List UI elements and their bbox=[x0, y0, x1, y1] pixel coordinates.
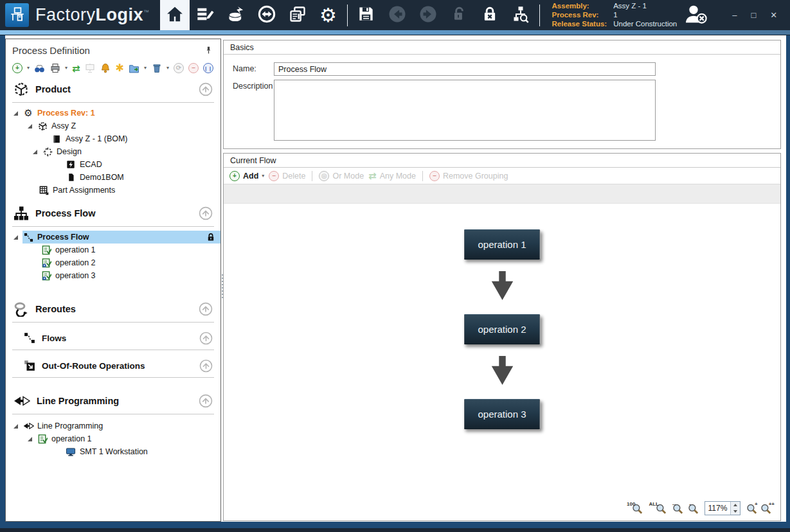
tree-label: Demo1BOM bbox=[80, 173, 124, 182]
expander-icon[interactable] bbox=[13, 424, 18, 429]
close-button[interactable]: ✕ bbox=[770, 10, 777, 20]
maximize-button[interactable]: □ bbox=[751, 10, 757, 20]
zoom-spin-up[interactable] bbox=[731, 502, 740, 508]
flow-connector bbox=[489, 260, 516, 314]
flow-canvas[interactable]: operation 1 operation 2 bbox=[224, 205, 780, 520]
zoom-spin-down[interactable] bbox=[731, 508, 740, 515]
flow-node-operation-2[interactable]: operation 2 bbox=[464, 314, 541, 344]
tree-item-operation-3[interactable]: operation 3 bbox=[6, 269, 220, 282]
tree-item-smt-workstation[interactable]: SMT 1 Workstation bbox=[6, 445, 220, 458]
section-flows[interactable]: Flows bbox=[6, 328, 220, 348]
save-button[interactable] bbox=[351, 0, 382, 30]
section-reroutes-label: Reroutes bbox=[35, 304, 76, 314]
brand-light: Factory bbox=[35, 5, 96, 24]
tree-item-bom[interactable]: Assy Z - 1 (BOM) bbox=[6, 132, 220, 145]
zoom-out-button[interactable]: - bbox=[689, 503, 699, 514]
trash-caret-icon[interactable]: ▾ bbox=[166, 66, 169, 71]
section-process-flow-label: Process Flow bbox=[35, 208, 95, 218]
tree-item-demo1bom[interactable]: Demo1BOM bbox=[6, 171, 220, 184]
collapse-line-programming-icon[interactable] bbox=[199, 394, 213, 408]
out-of-route-icon bbox=[24, 360, 35, 371]
tree-item-ecad[interactable]: ECAD bbox=[6, 158, 220, 171]
tree-item-process-rev[interactable]: ⚙ Process Rev: 1 bbox=[6, 107, 220, 120]
section-reroutes[interactable]: Reroutes bbox=[6, 297, 220, 321]
zoom-100-button[interactable]: 100 bbox=[627, 503, 643, 514]
zoom-in-fast-button[interactable]: ++ bbox=[760, 503, 771, 514]
section-product-label: Product bbox=[35, 84, 71, 94]
expander-icon[interactable] bbox=[13, 111, 18, 116]
add-icon[interactable]: + bbox=[12, 63, 22, 73]
remote-session-button[interactable] bbox=[251, 0, 282, 30]
book-icon bbox=[51, 134, 62, 144]
flow-search-button[interactable] bbox=[505, 0, 536, 30]
tree-item-operation-1[interactable]: operation 1 bbox=[6, 244, 220, 256]
shuffle-icon[interactable]: ⇄ bbox=[72, 64, 80, 73]
zoom-fit-all-button[interactable]: ALL bbox=[649, 503, 667, 514]
section-product[interactable]: Product bbox=[6, 78, 220, 101]
pin-icon[interactable] bbox=[204, 46, 213, 57]
circle-arrows-icon bbox=[258, 5, 276, 26]
export-caret-icon[interactable]: ▾ bbox=[144, 66, 147, 71]
expander-icon[interactable] bbox=[13, 235, 18, 240]
zoom-controls: 100 ALL -- - bbox=[627, 501, 771, 515]
tree-item-design[interactable]: Design bbox=[6, 145, 220, 158]
flow-subheader-strip bbox=[224, 184, 780, 204]
home-button[interactable] bbox=[160, 0, 190, 30]
section-out-of-route[interactable]: Out-Of-Route Operations bbox=[6, 355, 220, 376]
expander-icon[interactable] bbox=[28, 437, 32, 441]
print-icon[interactable] bbox=[49, 63, 60, 74]
trash-icon[interactable] bbox=[151, 63, 162, 74]
name-input[interactable] bbox=[274, 62, 656, 76]
export-folder-icon[interactable] bbox=[129, 63, 139, 74]
basics-title: Basics bbox=[230, 43, 254, 52]
forms-button[interactable] bbox=[282, 0, 313, 30]
star-icon[interactable]: ✱ bbox=[116, 63, 124, 73]
print-caret-icon[interactable]: ▾ bbox=[65, 66, 67, 71]
flow-connector bbox=[489, 344, 516, 399]
tree-item-operation-2[interactable]: operation 2 bbox=[6, 256, 220, 269]
zoom-in-button[interactable]: + bbox=[746, 503, 755, 514]
add-caret-icon[interactable]: ▾ bbox=[27, 66, 30, 71]
tree-item-lp-operation-1[interactable]: operation 1 bbox=[6, 432, 220, 445]
tree-item-process-flow[interactable]: Process Flow bbox=[6, 231, 220, 244]
collapse-reroutes-icon[interactable] bbox=[199, 302, 213, 316]
lock-x-icon bbox=[481, 6, 498, 25]
section-process-flow[interactable]: Process Flow bbox=[6, 202, 220, 225]
section-line-programming[interactable]: Line Programming bbox=[6, 389, 220, 412]
zoom-level-value[interactable]: 117% bbox=[705, 502, 730, 515]
lock-release-button[interactable] bbox=[474, 0, 505, 30]
release-status-value: Under Construction bbox=[613, 20, 677, 28]
zoom-out-fast-button[interactable]: -- bbox=[672, 503, 683, 514]
zoom-level-spinner[interactable]: 117% bbox=[705, 501, 741, 515]
tree-item-line-programming[interactable]: Line Programming bbox=[6, 420, 220, 432]
process-definition-panel: Process Definition + ▾ bbox=[5, 39, 221, 522]
document-icon bbox=[65, 173, 76, 182]
collapse-flows-icon[interactable] bbox=[199, 332, 213, 345]
brand-bold: Logix bbox=[96, 5, 144, 24]
logout-user-button[interactable] bbox=[677, 0, 715, 30]
process-edit-button[interactable] bbox=[190, 0, 220, 30]
flow-node-operation-3[interactable]: operation 3 bbox=[464, 399, 541, 429]
description-input[interactable] bbox=[274, 80, 656, 141]
data-import-button[interactable] bbox=[220, 0, 251, 30]
collapse-out-of-route-icon[interactable] bbox=[199, 359, 213, 373]
expander-icon[interactable] bbox=[28, 124, 32, 129]
add-caret-icon[interactable]: ▾ bbox=[262, 173, 264, 179]
add-operation-button[interactable]: + Add ▾ bbox=[229, 171, 264, 181]
minimize-button[interactable]: – bbox=[732, 10, 737, 20]
collapse-process-flow-icon[interactable] bbox=[199, 206, 213, 220]
expander-icon[interactable] bbox=[33, 150, 37, 154]
basics-section: Basics Name: Description bbox=[223, 40, 781, 149]
settings-button[interactable]: ⚙ bbox=[313, 0, 344, 30]
window-controls: – □ ✕ bbox=[732, 10, 777, 20]
tree-item-assy-z[interactable]: Assy Z bbox=[6, 120, 220, 132]
tree-label: Assy Z - 1 (BOM) bbox=[66, 134, 128, 143]
ecad-icon bbox=[65, 160, 76, 169]
bell-icon[interactable] bbox=[100, 63, 111, 74]
selected-row-highlight[interactable]: Process Flow bbox=[22, 231, 220, 244]
search-binoculars-icon[interactable] bbox=[34, 63, 45, 74]
tree-item-part-assignments[interactable]: Part Assignments bbox=[6, 184, 220, 197]
flow-node-operation-1[interactable]: operation 1 bbox=[464, 229, 541, 260]
pause-icon[interactable]: ❙❙ bbox=[203, 63, 213, 73]
collapse-product-icon[interactable] bbox=[199, 82, 213, 96]
